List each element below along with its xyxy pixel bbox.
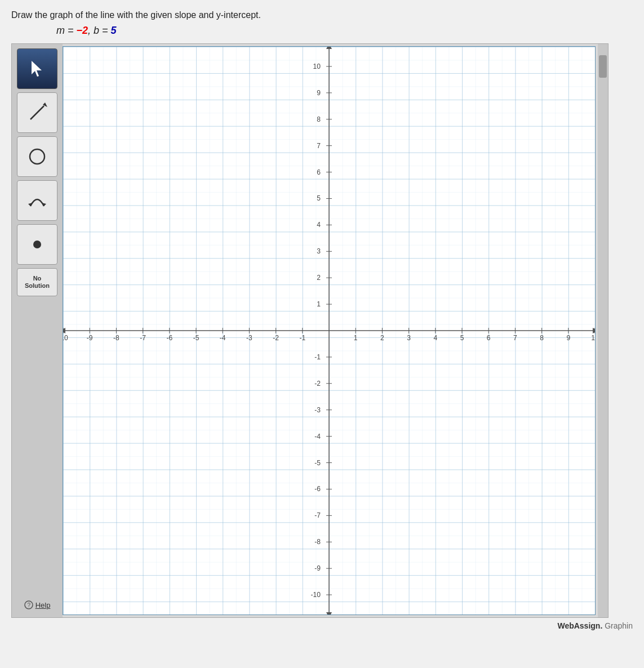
svg-text:-8: -8 xyxy=(113,334,119,342)
svg-line-1 xyxy=(30,106,44,119)
slope-value: −2 xyxy=(77,25,88,36)
svg-text:1: 1 xyxy=(317,300,321,308)
svg-text:-10: -10 xyxy=(63,334,68,342)
circle-tool-button[interactable] xyxy=(17,136,57,177)
intercept-label: b xyxy=(94,25,99,36)
svg-text:-7: -7 xyxy=(314,511,321,519)
svg-text:-8: -8 xyxy=(314,538,321,546)
svg-text:5: 5 xyxy=(460,334,464,342)
svg-text:1: 1 xyxy=(354,334,358,342)
svg-text:2: 2 xyxy=(380,334,384,342)
svg-text:-4: -4 xyxy=(220,334,226,342)
scrollbar-thumb[interactable] xyxy=(599,55,607,78)
svg-text:-2: -2 xyxy=(314,380,321,388)
svg-text:5: 5 xyxy=(317,194,321,202)
svg-text:6: 6 xyxy=(317,168,321,176)
instruction-text: Draw the graph of the line with the give… xyxy=(11,10,633,20)
svg-text:-4: -4 xyxy=(314,433,321,440)
svg-text:-5: -5 xyxy=(314,459,321,467)
point-tool-button[interactable] xyxy=(17,224,57,265)
select-tool-button[interactable] xyxy=(17,48,57,89)
webassign-label: WebAssign. xyxy=(557,621,602,630)
graph-area[interactable]: -10 -9 -8 -7 -6 -5 -4 -3 -2 -1 1 2 3 4 5… xyxy=(63,46,596,615)
svg-marker-0 xyxy=(32,61,42,77)
svg-text:?: ? xyxy=(27,602,30,608)
svg-text:-3: -3 xyxy=(246,334,252,342)
graphing-suffix: Graphin xyxy=(605,621,633,630)
svg-point-4 xyxy=(30,149,45,164)
help-button[interactable]: ? Help xyxy=(24,600,51,613)
svg-text:8: 8 xyxy=(317,115,321,123)
svg-text:-1: -1 xyxy=(299,334,305,342)
svg-text:4: 4 xyxy=(317,221,321,229)
no-solution-button[interactable]: NoSolution xyxy=(17,268,57,296)
svg-text:-9: -9 xyxy=(87,334,93,342)
svg-text:-10: -10 xyxy=(311,591,321,599)
graphing-container: NoSolution ? Help xyxy=(11,43,609,618)
svg-text:10: 10 xyxy=(313,63,321,70)
svg-text:-2: -2 xyxy=(273,334,279,342)
svg-text:-6: -6 xyxy=(166,334,172,342)
parabola-tool-button[interactable] xyxy=(17,180,57,221)
svg-text:3: 3 xyxy=(407,334,411,342)
svg-text:-5: -5 xyxy=(193,334,199,342)
toolbar: NoSolution ? Help xyxy=(12,44,63,617)
svg-text:7: 7 xyxy=(513,334,517,342)
svg-text:9: 9 xyxy=(566,334,570,342)
footer: WebAssign. Graphin xyxy=(11,621,633,630)
svg-text:4: 4 xyxy=(433,334,437,342)
svg-text:6: 6 xyxy=(487,334,491,342)
line-tool-button[interactable] xyxy=(17,92,57,133)
svg-text:-6: -6 xyxy=(314,485,321,493)
scrollbar-right[interactable] xyxy=(598,44,608,617)
svg-point-7 xyxy=(33,241,41,248)
svg-text:9: 9 xyxy=(317,89,321,97)
svg-text:7: 7 xyxy=(317,142,321,150)
svg-text:-7: -7 xyxy=(140,334,146,342)
svg-text:8: 8 xyxy=(540,334,544,342)
equation-display: m = −2, b = 5 xyxy=(56,25,633,37)
intercept-value: 5 xyxy=(111,25,117,36)
svg-text:-3: -3 xyxy=(314,406,321,414)
graph-svg: -10 -9 -8 -7 -6 -5 -4 -3 -2 -1 1 2 3 4 5… xyxy=(63,47,595,614)
svg-text:-1: -1 xyxy=(314,353,321,361)
svg-text:2: 2 xyxy=(317,274,321,282)
svg-text:3: 3 xyxy=(317,247,321,255)
svg-text:10: 10 xyxy=(591,334,595,342)
slope-label: m xyxy=(56,25,65,36)
svg-text:-9: -9 xyxy=(314,564,321,572)
